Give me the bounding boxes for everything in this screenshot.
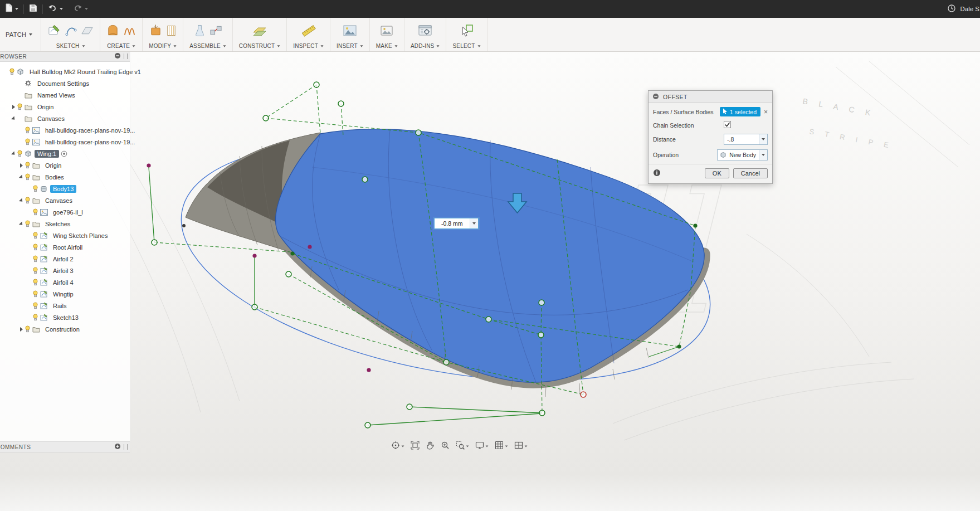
dropdown-caret-icon[interactable]	[466, 445, 469, 447]
info-icon[interactable]	[653, 169, 661, 178]
tree-item-canvases[interactable]: Canvases	[0, 194, 130, 206]
visibility-bulb-icon[interactable]	[25, 173, 32, 181]
user-name[interactable]: Dale S	[960, 6, 979, 12]
zoom-button[interactable]	[438, 440, 452, 453]
ribbon-group-sketch[interactable]: SKETCH	[41, 18, 100, 51]
assemble-tool-icon[interactable]	[209, 23, 222, 40]
tree-item-canvases[interactable]: Canvases	[0, 113, 130, 124]
expand-arrow-icon[interactable]	[10, 105, 17, 109]
visibility-bulb-icon[interactable]	[32, 302, 40, 309]
clear-selection-icon[interactable]: ×	[764, 109, 768, 115]
tree-item-goe796-il-l[interactable]: goe796-il_l	[0, 206, 130, 218]
dropdown-caret-icon[interactable]	[486, 445, 489, 447]
operation-select[interactable]: New Body	[717, 149, 768, 160]
expand-arrow-icon[interactable]	[18, 175, 25, 179]
chain-selection-checkbox[interactable]	[724, 121, 731, 129]
tree-item-rails[interactable]: Rails	[0, 300, 130, 312]
tree-item-sketches[interactable]: Sketches	[0, 218, 130, 230]
panel-grip[interactable]	[124, 444, 128, 450]
addins-tool-icon[interactable]	[418, 23, 432, 40]
modify-tool-icon[interactable]	[149, 23, 162, 40]
visibility-bulb-icon[interactable]	[32, 279, 40, 286]
undo-button[interactable]	[43, 0, 68, 18]
tree-item-wing-sketch-planes[interactable]: Wing Sketch Planes	[0, 230, 130, 241]
tree-item-document-settings[interactable]: Document Settings	[0, 77, 130, 89]
browser-header[interactable]: BROWSER	[0, 51, 130, 62]
tree-item-bodies[interactable]: Bodies	[0, 171, 130, 183]
ribbon-group-label[interactable]: CREATE	[107, 43, 135, 50]
dropdown-caret-icon[interactable]	[505, 445, 508, 447]
tree-item-body13[interactable]: Body13	[0, 183, 130, 194]
insert-tool-icon[interactable]	[343, 23, 357, 40]
visibility-bulb-icon[interactable]	[32, 232, 40, 239]
expand-arrow-icon[interactable]	[18, 163, 25, 168]
tree-item-airfoil-2[interactable]: Airfoil 2	[0, 253, 130, 265]
visibility-bulb-icon[interactable]	[25, 138, 32, 145]
ribbon-group-modify[interactable]: MODIFY	[143, 18, 183, 51]
dropdown-caret-icon[interactable]	[525, 445, 528, 447]
distance-input[interactable]: -.8	[724, 134, 768, 145]
steering-wheel-button[interactable]	[389, 440, 407, 453]
expand-arrow-icon[interactable]	[10, 152, 17, 156]
inspect-tool-icon[interactable]	[301, 23, 316, 40]
ribbon-group-inspect[interactable]: INSPECT	[287, 18, 330, 51]
visibility-bulb-icon[interactable]	[25, 162, 32, 169]
offset-distance-floating-input[interactable]: -0.8 mm	[434, 218, 479, 229]
select-tool-icon[interactable]	[460, 23, 474, 40]
tree-item-sketch13[interactable]: Sketch13	[0, 312, 130, 323]
ribbon-group-label[interactable]: SELECT	[452, 43, 480, 50]
sketch-tool-icon[interactable]	[47, 23, 61, 40]
file-menu-button[interactable]	[0, 0, 23, 18]
expand-arrow-icon[interactable]	[18, 327, 25, 332]
tree-item-root-airfoil[interactable]: Root Airfoil	[0, 241, 130, 253]
offset-dialog-header[interactable]: OFFSET	[649, 91, 772, 103]
visibility-bulb-icon[interactable]	[25, 325, 32, 333]
ribbon-group-label[interactable]: INSERT	[337, 43, 363, 50]
ribbon-group-select[interactable]: SELECT	[446, 18, 487, 51]
construct-tool-icon[interactable]	[252, 23, 267, 40]
visibility-bulb-icon[interactable]	[32, 185, 40, 192]
comments-bar[interactable]: COMMENTS	[0, 441, 130, 452]
ribbon-group-label[interactable]: SKETCH	[56, 43, 85, 50]
tree-item-construction[interactable]: Construction	[0, 323, 130, 335]
ribbon-group-addins[interactable]: ADD-INS	[404, 18, 447, 51]
ok-button[interactable]: OK	[705, 168, 729, 178]
visibility-bulb-icon[interactable]	[25, 126, 32, 134]
display-settings-button[interactable]	[473, 440, 491, 453]
distance-dropdown-icon[interactable]	[759, 134, 767, 144]
redo-button[interactable]	[68, 0, 93, 18]
tree-item-wing-1[interactable]: Wing:1	[0, 148, 130, 159]
viewports-button[interactable]	[512, 440, 530, 453]
visibility-bulb-icon[interactable]	[32, 244, 40, 251]
ribbon-group-label[interactable]: MAKE	[376, 43, 398, 50]
ribbon-group-label[interactable]: INSPECT	[293, 43, 324, 50]
visibility-bulb-icon[interactable]	[32, 267, 40, 274]
create-tool-icon[interactable]	[106, 23, 119, 40]
tree-item-origin[interactable]: Origin	[0, 101, 130, 113]
pan-button[interactable]	[423, 440, 437, 453]
visibility-bulb-icon[interactable]	[9, 68, 17, 75]
expand-arrow-icon[interactable]	[18, 198, 25, 203]
activate-component-radio[interactable]	[61, 150, 67, 157]
visibility-bulb-icon[interactable]	[32, 255, 40, 262]
sketch-tool-icon[interactable]	[81, 23, 94, 40]
visibility-bulb-icon[interactable]	[17, 150, 25, 157]
visibility-bulb-icon[interactable]	[32, 290, 40, 298]
visibility-bulb-icon[interactable]	[32, 314, 40, 321]
tree-item-hall-bulldog-mk2-round-trailing-edge-v1[interactable]: Hall Bulldog Mk2 Round Trailing Edge v1	[0, 66, 130, 77]
visibility-bulb-icon[interactable]	[32, 208, 40, 216]
visibility-bulb-icon[interactable]	[25, 220, 32, 227]
collapse-browser-icon[interactable]	[114, 52, 121, 60]
grid-layout-button[interactable]	[493, 440, 510, 453]
sketch-tool-icon[interactable]	[65, 23, 77, 40]
expand-arrow-icon[interactable]	[10, 116, 17, 121]
job-status-icon[interactable]	[947, 4, 956, 14]
tree-item-origin[interactable]: Origin	[0, 159, 130, 171]
tree-item-hall-bulldog-racer-plans-nov-19[interactable]: hall-bulldog-racer-plans-nov-19...	[0, 136, 130, 148]
modify-tool-icon[interactable]	[166, 23, 177, 40]
tree-item-hall-bulldog-racer-plans-nov-19[interactable]: hall-bulldog-racer-plans-nov-19...	[0, 124, 130, 136]
offset-distance-dropdown-icon[interactable]	[470, 218, 478, 228]
tree-item-airfoil-4[interactable]: Airfoil 4	[0, 276, 130, 288]
make-tool-icon[interactable]	[379, 23, 394, 40]
ribbon-group-assemble[interactable]: ASSEMBLE	[183, 18, 233, 51]
